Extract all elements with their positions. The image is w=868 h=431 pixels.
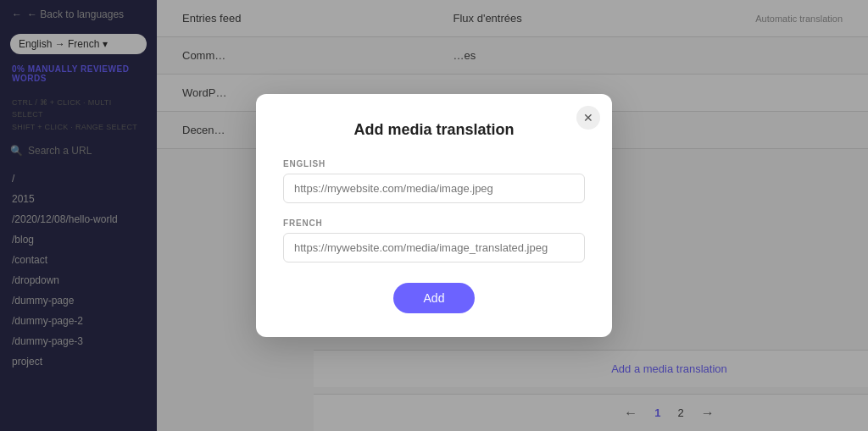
modal-overlay[interactable]: ✕ Add media translation ENGLISH FRENCH A… bbox=[0, 0, 868, 431]
close-icon: ✕ bbox=[583, 111, 593, 124]
english-url-input[interactable] bbox=[283, 174, 585, 203]
english-field-label: ENGLISH bbox=[283, 159, 585, 169]
modal-add-button[interactable]: Add bbox=[393, 283, 476, 313]
french-url-input[interactable] bbox=[283, 233, 585, 262]
add-media-translation-modal: ✕ Add media translation ENGLISH FRENCH A… bbox=[256, 94, 612, 337]
modal-title: Add media translation bbox=[283, 121, 585, 139]
modal-close-button[interactable]: ✕ bbox=[576, 106, 600, 130]
french-field-label: FRENCH bbox=[283, 218, 585, 228]
